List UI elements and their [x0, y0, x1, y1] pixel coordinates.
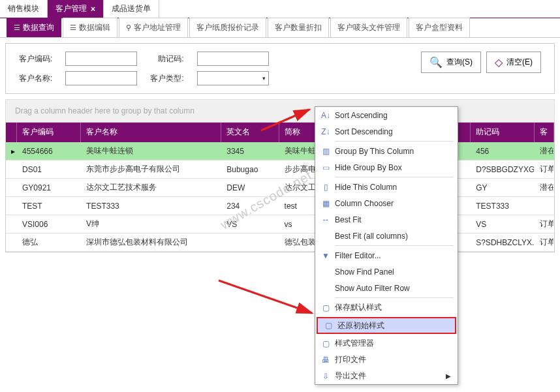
column-context-menu: A↓Sort Ascending Z↓Sort Descending ▥Grou…	[315, 106, 458, 385]
cell-mnemonic: VS	[471, 217, 535, 232]
close-icon[interactable]: ×	[91, 5, 95, 14]
grid-body: ▸4554666美味牛蛙连锁3345美味牛蛙456潜在DS01东莞市步步高电子有…	[6, 142, 554, 252]
tab-data-edit[interactable]: ☰数据编辑	[63, 18, 117, 37]
eraser-icon: ◇	[495, 56, 503, 68]
cell-code: TEST	[17, 199, 81, 213]
cell-mnemonic: GY	[471, 181, 535, 195]
tab-mark-file[interactable]: 客户唛头文件管理	[330, 18, 407, 37]
save-layout-icon: ▢	[319, 303, 332, 312]
menu-print[interactable]: 🖶打印文件	[315, 352, 458, 368]
clear-button[interactable]: ◇清空(E)	[486, 52, 541, 73]
table-row[interactable]: 德弘深圳市德弘包装材料有限公司德弘包装S?SDHBZCLYX...订单	[6, 234, 554, 252]
mnemonic-label: 助记码:	[150, 53, 183, 65]
cell-code: GY0921	[17, 181, 81, 195]
menu-filter-editor[interactable]: ▼Filter Editor...	[315, 247, 458, 264]
table-row[interactable]: GY0921达尔文工艺技术服务DEW达尔文工GY潜在	[6, 179, 554, 197]
menu-sort-desc[interactable]: Z↓Sort Descending	[315, 123, 458, 140]
table-row[interactable]: TESTTEST333234testTEST333	[6, 197, 554, 215]
tab-data-query[interactable]: ☰数据查询	[7, 18, 61, 37]
cell-short: 步步高电	[279, 161, 318, 177]
menu-best-fit-all[interactable]: Best Fit (all columns)	[315, 228, 458, 244]
col-short-name[interactable]: 简称	[279, 123, 318, 142]
restore-layout-icon: ▢	[322, 321, 335, 330]
cell-name: V绅	[81, 216, 221, 232]
style-mgr-icon: ▢	[319, 339, 332, 348]
menu-find-panel[interactable]: Show Find Panel	[315, 264, 458, 280]
menu-col-chooser[interactable]: ▦Column Chooser	[315, 195, 458, 211]
row-indicator	[6, 204, 17, 209]
top-tab-customer[interactable]: 客户管理×	[48, 0, 104, 18]
cell-extra: 订单	[535, 216, 554, 232]
filter-icon: ▼	[319, 251, 332, 260]
col-customer-code[interactable]: 客户编码	[17, 123, 81, 142]
table-row[interactable]: VSI006V绅VSvsVS订单	[6, 215, 554, 234]
col-mnemonic[interactable]: 助记码	[471, 123, 535, 142]
pin-icon: ⚲	[126, 23, 131, 32]
row-indicator: ▸	[6, 144, 17, 158]
menu-hide-col[interactable]: ▯Hide This Column	[315, 179, 458, 195]
table-row[interactable]: DS01东莞市步步高电子有限公司Bubugao步步高电D?SBBGDZYXGS订…	[6, 160, 554, 179]
col-chooser-icon: ▦	[319, 199, 332, 208]
grid-header: 客户编码 客户名称 英文名 简称 所属营业员 助记码 客	[6, 123, 554, 142]
cell-name: 达尔文工艺技术服务	[81, 179, 221, 196]
menu-save-default[interactable]: ▢保存默认样式	[315, 299, 458, 316]
col-customer-name[interactable]: 客户名称	[81, 123, 221, 142]
customer-type-label: 客户类型:	[150, 73, 183, 84]
row-indicator	[6, 240, 17, 245]
group-icon: ▥	[319, 147, 332, 156]
tab-qty-discount[interactable]: 客户数量折扣	[268, 18, 329, 37]
mnemonic-input[interactable]	[197, 52, 269, 66]
customer-name-input[interactable]	[65, 71, 137, 85]
cell-en	[221, 240, 279, 245]
filter-panel: 客户编码: 助记码: 客户名称: 客户类型: 🔍查询(S) ◇清空(E)	[5, 43, 555, 94]
cell-code: VSI006	[17, 217, 81, 232]
table-row[interactable]: ▸4554666美味牛蛙连锁3345美味牛蛙456潜在	[6, 142, 554, 160]
cell-short: vs	[279, 217, 318, 232]
sort-desc-icon: Z↓	[319, 127, 332, 136]
list-icon: ☰	[14, 23, 20, 32]
col-english-name[interactable]: 英文名	[221, 123, 279, 142]
menu-hide-group[interactable]: ▭Hide Group By Box	[315, 159, 458, 175]
sort-asc-icon: A↓	[319, 111, 332, 120]
search-icon: 🔍	[429, 56, 443, 68]
cell-en: Bubugao	[221, 162, 279, 177]
group-by-bar[interactable]: Drag a column header here to group by th…	[5, 99, 555, 122]
query-button[interactable]: 🔍查询(S)	[421, 52, 481, 73]
cell-short: 德弘包装	[279, 234, 318, 250]
row-indicator	[6, 185, 17, 190]
best-fit-icon: ↔	[319, 215, 332, 224]
menu-best-fit[interactable]: ↔Best Fit	[315, 211, 458, 228]
cell-code: DS01	[17, 162, 81, 177]
cell-extra: 潜在	[535, 143, 554, 159]
cell-code: 4554666	[17, 144, 81, 158]
hide-group-icon: ▭	[319, 163, 332, 172]
top-tab-sales[interactable]: 销售模块	[0, 0, 48, 18]
cell-en: 3345	[221, 144, 279, 158]
cell-en: 234	[221, 199, 279, 213]
export-icon: ⇩	[319, 372, 332, 381]
menu-auto-filter[interactable]: Show Auto Filter Row	[315, 280, 458, 296]
menu-sort-asc[interactable]: A↓Sort Ascending	[315, 107, 458, 123]
menu-export[interactable]: ⇩导出文件▶	[315, 368, 458, 384]
customer-code-input[interactable]	[65, 52, 137, 66]
cell-short: 美味牛蛙	[279, 143, 318, 159]
cell-mnemonic: 456	[471, 144, 535, 158]
menu-style-mgr[interactable]: ▢样式管理器	[315, 335, 458, 352]
menu-restore-default[interactable]: ▢还原初始样式	[317, 317, 456, 334]
cell-name: 美味牛蛙连锁	[81, 143, 221, 159]
cell-mnemonic: S?SDHBZCLYX...	[471, 235, 535, 250]
top-tab-bar: 销售模块 客户管理× 成品送货单	[0, 0, 560, 18]
tab-paper-quote[interactable]: 客户纸质报价记录	[189, 18, 266, 37]
tab-box-type[interactable]: 客户盒型资料	[409, 18, 470, 37]
tab-address[interactable]: ⚲客户地址管理	[119, 18, 188, 37]
top-tab-delivery[interactable]: 成品送货单	[104, 0, 159, 18]
cell-name: TEST333	[81, 199, 221, 213]
cell-en: DEW	[221, 181, 279, 195]
cell-en: VS	[221, 217, 279, 232]
data-grid: 客户编码 客户名称 英文名 简称 所属营业员 助记码 客 ▸4554666美味牛…	[5, 122, 555, 252]
menu-group-by[interactable]: ▥Group By This Column	[315, 143, 458, 159]
cell-extra: 订单	[535, 234, 554, 250]
col-extra[interactable]: 客	[535, 123, 554, 142]
customer-type-select[interactable]	[197, 71, 269, 85]
cell-short: test	[279, 199, 318, 213]
